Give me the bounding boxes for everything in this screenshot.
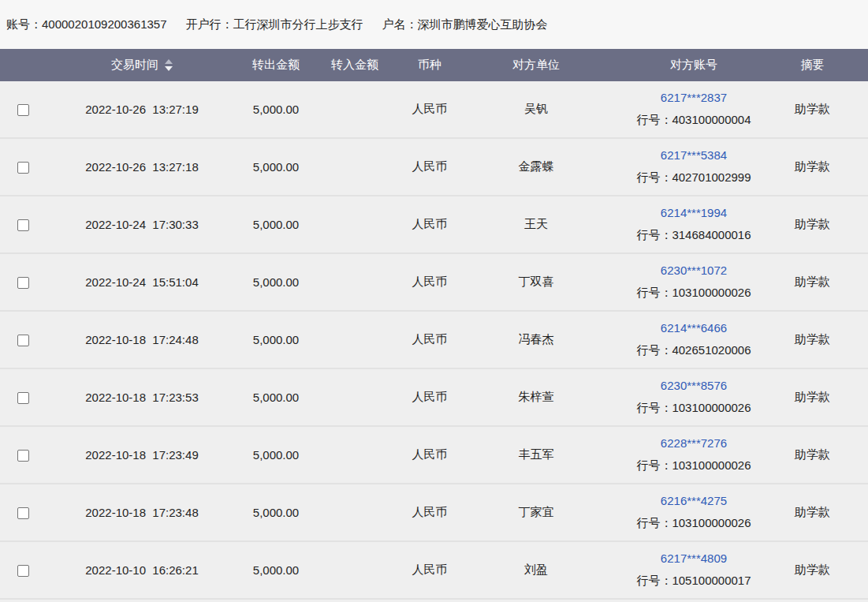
row-checkbox[interactable] xyxy=(17,565,29,577)
counterparty-account-link[interactable]: 6214***1994 xyxy=(607,206,780,219)
bank-code-label: 行号： xyxy=(636,401,672,414)
counterparty-account-link[interactable]: 6217***2837 xyxy=(607,91,780,104)
row-checkbox-cell xyxy=(0,160,47,174)
account-number-label: 账号： xyxy=(6,17,42,31)
currency-cell: 人民币 xyxy=(394,563,465,578)
bank-code-value: 103100000026 xyxy=(672,401,751,414)
out-amount-cell: 5,000.00 xyxy=(237,275,315,289)
bank-code-label: 行号： xyxy=(636,343,672,357)
table-body: 2022-10-26 13:27:19 5,000.00 人民币 吴钒 6217… xyxy=(0,81,868,600)
out-amount-cell: 5,000.00 xyxy=(237,563,315,577)
transaction-time-cell: 2022-10-18 17:23:53 xyxy=(47,391,237,404)
opening-bank-value: 工行深圳市分行上步支行 xyxy=(233,17,363,31)
table-row: 2022-10-18 17:23:49 5,000.00 人民币 丰五军 622… xyxy=(0,427,868,484)
table-row: 2022-10-26 13:27:19 5,000.00 人民币 吴钒 6217… xyxy=(0,81,868,139)
currency-cell: 人民币 xyxy=(394,447,465,462)
bank-code-label: 行号： xyxy=(636,286,672,299)
header-counterparty: 对方单位 xyxy=(465,58,607,73)
counterparty-account-cell: 6216***4275 行号：103100000026 xyxy=(607,494,780,531)
counterparty-account-link[interactable]: 6230***1072 xyxy=(607,264,780,277)
currency-cell: 人民币 xyxy=(394,275,465,290)
currency-cell: 人民币 xyxy=(394,217,465,232)
counterparty-account-cell: 6217***4809 行号：105100000017 xyxy=(607,552,780,589)
row-checkbox-cell xyxy=(0,391,47,405)
bank-code-line: 行号：103100000026 xyxy=(607,458,780,473)
header-out-amount: 转出金额 xyxy=(237,58,315,73)
header-currency: 币种 xyxy=(394,58,465,73)
out-amount-cell: 5,000.00 xyxy=(237,506,315,519)
row-checkbox[interactable] xyxy=(17,162,29,174)
counterparty-account-cell: 6217***2837 行号：403100000004 xyxy=(607,91,780,128)
bank-code-line: 行号：103100000026 xyxy=(607,286,780,301)
bank-code-line: 行号：103100000026 xyxy=(607,516,780,531)
row-checkbox[interactable] xyxy=(17,219,29,231)
row-checkbox-cell xyxy=(0,563,47,578)
bank-code-value: 103100000026 xyxy=(672,286,751,299)
counterparty-cell: 丁双喜 xyxy=(465,275,607,290)
table-row: 2022-10-10 16:26:21 5,000.00 人民币 刘盈 6217… xyxy=(0,542,868,600)
bank-code-line: 行号：403100000004 xyxy=(607,113,780,128)
row-checkbox[interactable] xyxy=(17,277,29,289)
sort-descending-icon[interactable] xyxy=(165,66,173,71)
bank-code-value: 314684000016 xyxy=(672,228,751,241)
summary-cell: 助学款 xyxy=(780,390,868,405)
table-row: 2022-10-18 17:23:53 5,000.00 人民币 朱梓萱 623… xyxy=(0,369,868,427)
out-amount-cell: 5,000.00 xyxy=(237,333,315,346)
bank-code-value: 103100000026 xyxy=(672,516,751,529)
row-checkbox[interactable] xyxy=(17,335,29,346)
summary-cell: 助学款 xyxy=(780,505,868,520)
row-checkbox-cell xyxy=(0,275,47,290)
bank-code-value: 105100000017 xyxy=(672,574,751,587)
out-amount-cell: 5,000.00 xyxy=(237,218,315,231)
row-checkbox[interactable] xyxy=(17,104,29,116)
summary-cell: 助学款 xyxy=(780,275,868,290)
row-checkbox[interactable] xyxy=(17,507,29,519)
counterparty-cell: 丁家宜 xyxy=(465,505,607,520)
counterparty-account-link[interactable]: 6216***4275 xyxy=(607,494,780,507)
bank-code-line: 行号：402701002999 xyxy=(607,170,780,185)
bank-code-value: 402701002999 xyxy=(672,170,751,184)
transaction-time-cell: 2022-10-26 13:27:19 xyxy=(47,103,237,116)
counterparty-account-link[interactable]: 6214***6466 xyxy=(607,321,780,335)
account-number-value: 4000020109200361357 xyxy=(42,17,167,31)
table-row: 2022-10-18 17:23:48 5,000.00 人民币 丁家宜 621… xyxy=(0,484,868,542)
header-transaction-time[interactable]: 交易时间 xyxy=(47,58,237,73)
bank-code-value: 402651020006 xyxy=(672,343,751,357)
header-in-amount: 转入金额 xyxy=(315,58,394,73)
summary-cell: 助学款 xyxy=(780,159,868,174)
sort-ascending-icon[interactable] xyxy=(165,59,173,64)
table-row: 2022-10-26 13:27:18 5,000.00 人民币 金露蝶 621… xyxy=(0,139,868,196)
transaction-time-cell: 2022-10-18 17:24:48 xyxy=(47,333,237,346)
bank-code-label: 行号： xyxy=(636,170,672,184)
counterparty-account-link[interactable]: 6217***5384 xyxy=(607,148,780,162)
account-number-group: 账号：4000020109200361357 xyxy=(6,17,167,32)
table-row: 2022-10-24 15:51:04 5,000.00 人民币 丁双喜 623… xyxy=(0,254,868,312)
row-checkbox[interactable] xyxy=(17,392,29,404)
out-amount-cell: 5,000.00 xyxy=(237,391,315,404)
sort-icons[interactable] xyxy=(165,59,173,71)
bank-code-value: 403100000004 xyxy=(672,113,751,126)
counterparty-account-link[interactable]: 6228***7276 xyxy=(607,436,780,450)
currency-cell: 人民币 xyxy=(394,390,465,405)
counterparty-account-cell: 6230***8576 行号：103100000026 xyxy=(607,379,780,416)
transaction-time-cell: 2022-10-24 17:30:33 xyxy=(47,218,237,231)
account-holder-value: 深圳市鹏博爱心互助协会 xyxy=(418,17,548,31)
counterparty-account-cell: 6217***5384 行号：402701002999 xyxy=(607,148,780,185)
counterparty-cell: 冯春杰 xyxy=(465,332,607,347)
bank-code-line: 行号：103100000026 xyxy=(607,401,780,416)
counterparty-cell: 王天 xyxy=(465,217,607,232)
bank-code-label: 行号： xyxy=(636,458,672,472)
counterparty-account-link[interactable]: 6217***4809 xyxy=(607,552,780,565)
counterparty-account-cell: 6228***7276 行号：103100000026 xyxy=(607,436,780,473)
transaction-time-cell: 2022-10-10 16:26:21 xyxy=(47,563,237,577)
row-checkbox[interactable] xyxy=(17,450,29,462)
currency-cell: 人民币 xyxy=(394,505,465,520)
bank-code-label: 行号： xyxy=(636,228,672,241)
bank-code-label: 行号： xyxy=(636,516,672,529)
account-holder-group: 户名：深圳市鹏博爱心互助协会 xyxy=(382,17,548,32)
counterparty-cell: 刘盈 xyxy=(465,563,607,578)
currency-cell: 人民币 xyxy=(394,332,465,347)
account-holder-label: 户名： xyxy=(382,17,418,31)
counterparty-account-link[interactable]: 6230***8576 xyxy=(607,379,780,392)
row-checkbox-cell xyxy=(0,448,47,462)
